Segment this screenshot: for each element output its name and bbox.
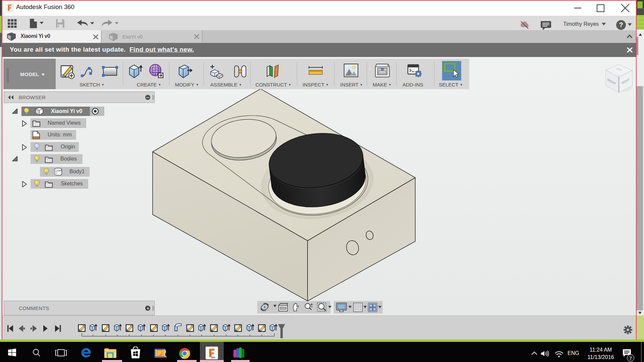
svg-text:360: 360 [211,356,215,359]
